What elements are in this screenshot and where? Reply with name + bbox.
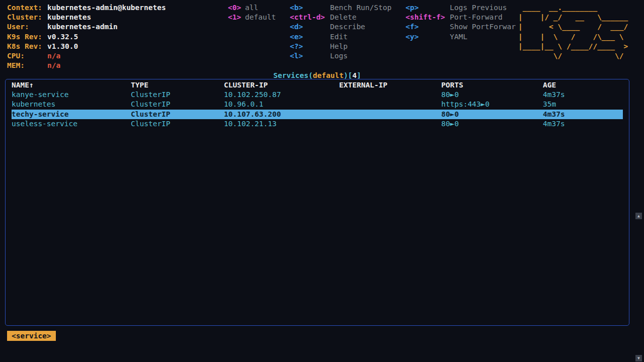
- title-separator: )[: [344, 71, 352, 79]
- hotkey-delete: <ctrl-d>Delete: [290, 13, 391, 22]
- column-header-external-ip[interactable]: EXTERNAL-IP: [339, 80, 441, 90]
- hotkey-key: <1>: [228, 13, 245, 22]
- hotkey-key: <b>: [290, 3, 330, 13]
- info-value: kubernetes-admin: [47, 23, 118, 31]
- hotkey-label: Show PortForwar: [450, 22, 516, 32]
- info-label: Cluster:: [7, 13, 47, 22]
- hotkey-menu-actions-1: <b>Bench Run/Stop <ctrl-d>Delete <d>Desc…: [290, 3, 391, 61]
- cell-type: ClusterIP: [131, 110, 224, 119]
- cell-external-ip: [339, 119, 441, 129]
- column-header-cluster-ip[interactable]: CLUSTER-IP: [224, 80, 339, 90]
- cell-ports: 80►0: [441, 90, 543, 100]
- hotkey-label: default: [245, 13, 276, 21]
- cell-ports: 80►0: [441, 119, 543, 129]
- hotkey-label: Describe: [330, 23, 365, 31]
- hotkey-default: <1>default: [228, 13, 276, 22]
- scrollbar-down-icon[interactable]: ▼: [635, 355, 642, 361]
- hotkey-help: <?>Help: [290, 42, 391, 51]
- title-resource: Services(: [273, 71, 313, 79]
- info-label: User:: [7, 22, 47, 32]
- hotkey-edit: <e>Edit: [290, 32, 391, 42]
- info-value: v1.30.0: [47, 42, 78, 50]
- info-row-context: Context:kubernetes-admin@kubernetes: [7, 3, 166, 13]
- hotkey-bench: <b>Bench Run/Stop: [290, 3, 391, 13]
- table-row[interactable]: kanye-service ClusterIP 10.102.250.87 80…: [12, 90, 623, 100]
- k9s-logo: ____ __.________ | |/ _/ __ \______ | < …: [518, 3, 628, 61]
- table-row-selected[interactable]: techy-service ClusterIP 10.107.63.200 80…: [12, 110, 623, 119]
- hotkey-port-forward: <shift-f>Port-Forward: [406, 13, 516, 22]
- hotkey-label: Edit: [330, 33, 348, 41]
- hotkey-all: <0>all: [228, 3, 276, 13]
- cell-age: 35m: [543, 100, 623, 109]
- hotkey-label: all: [245, 4, 258, 12]
- info-value: n/a: [47, 52, 60, 60]
- info-label: K8s Rev:: [7, 42, 47, 51]
- hotkey-menu-namespaces: <0>all <1>default: [228, 3, 276, 22]
- table-row[interactable]: useless-service ClusterIP 10.102.21.13 8…: [12, 119, 623, 129]
- cell-ports: https:443►0: [441, 100, 543, 109]
- hotkey-key: <f>: [406, 22, 450, 32]
- breadcrumb-service[interactable]: <service>: [7, 331, 56, 341]
- hotkey-yaml: <y>YAML: [406, 32, 516, 42]
- cell-cluster-ip: 10.96.0.1: [224, 100, 339, 109]
- cell-cluster-ip: 10.102.250.87: [224, 90, 339, 100]
- cell-name: kubernetes: [12, 100, 131, 109]
- cell-name: techy-service: [12, 110, 131, 119]
- column-header-name[interactable]: NAME↑: [12, 80, 131, 90]
- hotkey-key: <y>: [406, 32, 450, 42]
- info-row-cluster: Cluster:kubernetes: [7, 13, 166, 22]
- info-row-cpu: CPU:n/a: [7, 51, 166, 61]
- cell-type: ClusterIP: [131, 119, 224, 129]
- column-header-type[interactable]: TYPE: [131, 80, 224, 90]
- hotkey-label: Delete: [330, 13, 356, 21]
- column-header-age[interactable]: AGE: [543, 80, 623, 90]
- hotkey-describe: <d>Describe: [290, 22, 391, 32]
- info-label: CPU:: [7, 51, 47, 61]
- info-value: v0.32.5: [47, 33, 78, 41]
- hotkey-show-portforward: <f>Show PortForwar: [406, 22, 516, 32]
- title-count: 4: [352, 71, 357, 79]
- cluster-info: Context:kubernetes-admin@kubernetes Clus…: [7, 3, 166, 70]
- info-label: Context:: [7, 3, 47, 13]
- info-value: n/a: [47, 61, 60, 69]
- info-row-k8s-rev: K8s Rev:v1.30.0: [7, 42, 166, 51]
- hotkey-key: <?>: [290, 42, 330, 51]
- services-table: NAME↑ TYPE CLUSTER-IP EXTERNAL-IP PORTS …: [12, 80, 623, 129]
- column-header-ports[interactable]: PORTS: [441, 80, 543, 90]
- info-label: K9s Rev:: [7, 32, 47, 42]
- title-namespace: default: [313, 71, 344, 79]
- cell-cluster-ip: 10.107.63.200: [224, 110, 339, 119]
- cell-external-ip: [339, 100, 441, 109]
- hotkey-label: Logs: [330, 52, 348, 60]
- info-row-user: User:kubernetes-admin: [7, 22, 166, 32]
- logo-line: |____|__ \ /____//____ >: [518, 42, 628, 51]
- hotkey-key: <d>: [290, 22, 330, 32]
- hotkey-key: <p>: [406, 3, 450, 13]
- cell-ports: 80►0: [441, 110, 543, 119]
- hotkey-label: Bench Run/Stop: [330, 4, 391, 12]
- logo-line: | < \____ / ___/: [518, 22, 628, 32]
- hotkey-key: <0>: [228, 3, 245, 13]
- hotkey-key: <e>: [290, 32, 330, 42]
- info-row-k9s-rev: K9s Rev:v0.32.5: [7, 32, 166, 42]
- cell-external-ip: [339, 90, 441, 100]
- cell-name: kanye-service: [12, 90, 131, 100]
- hotkey-menu-actions-2: <p>Logs Previous <shift-f>Port-Forward <…: [406, 3, 516, 42]
- table-header-row: NAME↑ TYPE CLUSTER-IP EXTERNAL-IP PORTS …: [12, 80, 623, 90]
- cell-cluster-ip: 10.102.21.13: [224, 119, 339, 129]
- hotkey-key: <ctrl-d>: [290, 13, 330, 22]
- logo-line: ____ __.________: [518, 3, 628, 13]
- cell-name: useless-service: [12, 119, 131, 129]
- hotkey-key: <shift-f>: [406, 13, 450, 22]
- logo-line: | |/ _/ __ \______: [518, 13, 628, 22]
- hotkey-label: Logs Previous: [450, 3, 507, 13]
- logo-line: \/ \/: [518, 51, 628, 61]
- title-close: ]: [357, 71, 361, 79]
- info-label: MEM:: [7, 61, 47, 70]
- cell-type: ClusterIP: [131, 100, 224, 109]
- hotkey-logs: <l>Logs: [290, 51, 391, 61]
- info-value: kubernetes-admin@kubernetes: [47, 4, 166, 12]
- table-row[interactable]: kubernetes ClusterIP 10.96.0.1 https:443…: [12, 100, 623, 109]
- cell-type: ClusterIP: [131, 90, 224, 100]
- scrollbar-up-icon[interactable]: ▲: [635, 213, 642, 219]
